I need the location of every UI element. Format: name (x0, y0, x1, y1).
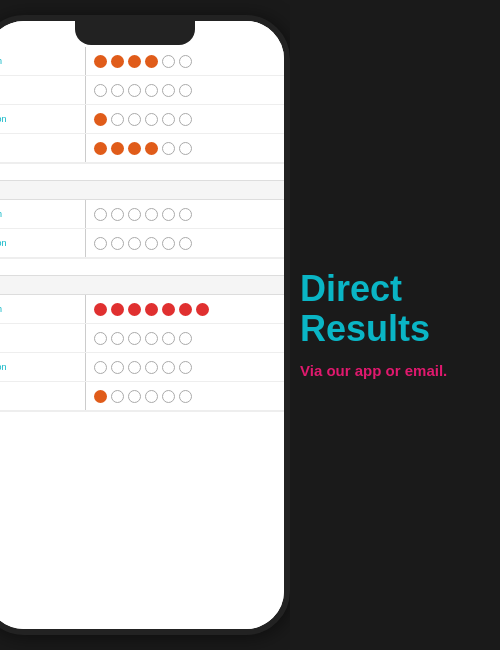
row-dots (86, 51, 284, 72)
phone-mockup: on m (0, 15, 290, 635)
dot (128, 237, 141, 250)
dot (128, 390, 141, 403)
dot (111, 303, 124, 316)
dot (111, 237, 124, 250)
dot (94, 113, 107, 126)
dot (128, 332, 141, 345)
dot (94, 208, 107, 221)
row-dots (86, 109, 284, 130)
dot (162, 303, 175, 316)
row-label: on (0, 295, 86, 323)
dot (128, 84, 141, 97)
dot (94, 390, 107, 403)
headline: Direct Results (300, 269, 480, 348)
dot (162, 390, 175, 403)
section-divider (0, 275, 284, 295)
dot (111, 142, 124, 155)
row-label: tion (0, 229, 86, 257)
row-label: on (0, 200, 86, 228)
row-label: m (0, 76, 86, 104)
dot (145, 361, 158, 374)
dot (179, 84, 192, 97)
row-dots (86, 80, 284, 101)
table-row: tion (0, 229, 284, 258)
dot (179, 142, 192, 155)
dot (111, 390, 124, 403)
dot (94, 303, 107, 316)
dot (145, 303, 158, 316)
row-dots (86, 386, 284, 407)
section-divider (0, 180, 284, 200)
dot (179, 303, 192, 316)
row-dots (86, 299, 284, 320)
table-row: m (0, 76, 284, 105)
dot (145, 332, 158, 345)
table-row (0, 324, 284, 353)
row-dots (86, 328, 284, 349)
dot (128, 303, 141, 316)
dot (162, 332, 175, 345)
subtext: Via our app or email. (300, 360, 447, 381)
dot (111, 55, 124, 68)
dot (128, 55, 141, 68)
row-label: on (0, 47, 86, 75)
row-label: tion (0, 105, 86, 133)
dot (196, 303, 209, 316)
table-row: tion (0, 105, 284, 134)
table-row: on (0, 295, 284, 324)
dot (145, 237, 158, 250)
dot (179, 361, 192, 374)
dot (145, 142, 158, 155)
section-3: on (0, 295, 284, 412)
right-panel: Direct Results Via our app or email. (290, 0, 500, 650)
dot (94, 237, 107, 250)
row-label: m (0, 134, 86, 162)
dot (145, 113, 158, 126)
dot (145, 390, 158, 403)
dot (179, 237, 192, 250)
dot (162, 208, 175, 221)
dot (128, 208, 141, 221)
dot (162, 142, 175, 155)
dot (179, 113, 192, 126)
dot (179, 55, 192, 68)
dot (162, 55, 175, 68)
row-dots (86, 357, 284, 378)
section-2: on tion (0, 200, 284, 259)
dot (179, 332, 192, 345)
row-label: tion (0, 353, 86, 381)
scene: on m (0, 0, 500, 650)
table-row: m (0, 134, 284, 163)
row-dots (86, 138, 284, 159)
dot (162, 84, 175, 97)
dot (94, 332, 107, 345)
dot (145, 84, 158, 97)
dot (162, 113, 175, 126)
table-row: on (0, 47, 284, 76)
table-row (0, 382, 284, 411)
dot (111, 332, 124, 345)
table-row: on (0, 200, 284, 229)
dot (162, 361, 175, 374)
table-row: tion (0, 353, 284, 382)
row-label (0, 382, 86, 410)
phone-screen: on m (0, 21, 284, 629)
dot (111, 208, 124, 221)
dot (162, 237, 175, 250)
dot (128, 142, 141, 155)
dot (111, 84, 124, 97)
dot (145, 208, 158, 221)
row-dots (86, 204, 284, 225)
row-label (0, 324, 86, 352)
section-1: on m (0, 47, 284, 164)
row-dots (86, 233, 284, 254)
dot (111, 113, 124, 126)
dot (128, 361, 141, 374)
dot (179, 208, 192, 221)
dot (145, 55, 158, 68)
dot (128, 113, 141, 126)
dot (94, 142, 107, 155)
dot (111, 361, 124, 374)
dot (94, 84, 107, 97)
dot (94, 361, 107, 374)
